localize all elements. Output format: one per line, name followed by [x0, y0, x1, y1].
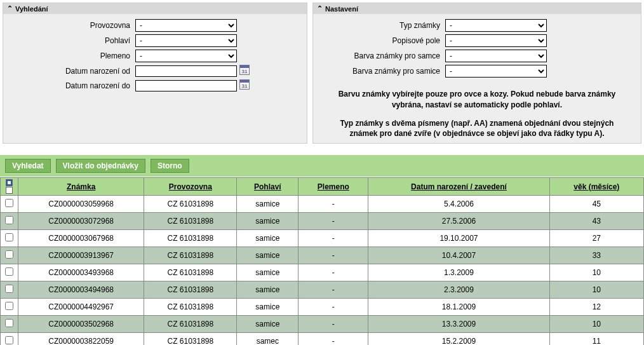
cell-provozovna: CZ 61031898 — [144, 264, 237, 281]
cell-znamka: CZ0000003913967 — [18, 247, 144, 264]
calendar-icon[interactable] — [239, 65, 250, 77]
cell-vek: 33 — [549, 247, 643, 264]
col-datum[interactable]: Datum narození / zavedení — [368, 178, 549, 196]
table-row: CZ0000003493968CZ 61031898samice-1.3.200… — [1, 264, 644, 281]
cell-vek: 27 — [549, 230, 643, 247]
cell-pohlavi: samec — [237, 333, 299, 345]
cell-znamka: CZ0000003822059 — [18, 333, 144, 345]
vlozit-button[interactable]: Vložit do objednávky — [56, 159, 145, 173]
settings-panel-header[interactable]: ⌃ Nastavení — [313, 3, 641, 14]
row-checkbox[interactable] — [5, 267, 13, 276]
barva-samice-label: Barva známky pro samice — [318, 67, 445, 76]
typ-znamky-select[interactable]: - — [445, 19, 547, 32]
cell-provozovna: CZ 61031898 — [144, 213, 237, 230]
pohlavi-label: Pohlaví — [8, 36, 135, 45]
settings-panel-title: Nastavení — [325, 5, 358, 13]
cell-vek: 12 — [549, 299, 643, 316]
search-panel-header[interactable]: ⌃ Vyhledání — [3, 3, 307, 14]
table-row: CZ0000003502968CZ 61031898samice-13.3.20… — [1, 316, 644, 333]
vyhledat-button[interactable]: Vyhledat — [5, 159, 51, 173]
col-vek[interactable]: věk (měsíce) — [549, 178, 643, 196]
table-row: CZ0000003494968CZ 61031898samice-2.3.200… — [1, 281, 644, 299]
datum-od-label: Datum narození od — [8, 67, 135, 76]
cell-znamka: CZ0000003067968 — [18, 230, 144, 247]
cell-pohlavi: samice — [237, 264, 299, 281]
cell-pohlavi: samice — [237, 230, 299, 247]
cell-datum: 1.3.2009 — [368, 264, 549, 281]
cell-vek: 11 — [549, 333, 643, 345]
settings-note-2: Typ známky s dvěma písmeny (např. AA) zn… — [313, 114, 641, 144]
cell-datum: 18.1.2009 — [368, 299, 549, 316]
search-panel: ⌃ Vyhledání Provozovna - Pohlaví - Pleme… — [3, 3, 307, 144]
collapse-icon: ⌃ — [7, 4, 13, 13]
cell-pohlavi: samice — [237, 196, 299, 213]
cell-pohlavi: samice — [237, 213, 299, 230]
results-table: Známka Provozovna Pohlaví Plemeno Datum … — [0, 177, 644, 345]
row-checkbox[interactable] — [5, 250, 13, 259]
row-checkbox[interactable] — [5, 216, 13, 224]
popisove-pole-label: Popisové pole — [318, 36, 445, 45]
datum-do-input[interactable] — [135, 80, 237, 91]
cell-provozovna: CZ 61031898 — [144, 196, 237, 213]
cell-znamka: CZ0000003502968 — [18, 316, 144, 333]
datum-do-label: Datum narození do — [8, 81, 135, 90]
barva-samice-select[interactable]: - — [445, 65, 547, 78]
typ-znamky-label: Typ známky — [318, 21, 445, 30]
cell-datum: 27.5.2006 — [368, 213, 549, 230]
row-checkbox[interactable] — [5, 336, 13, 344]
calendar-icon[interactable] — [239, 79, 250, 91]
settings-panel: ⌃ Nastavení Typ známky - Popisové pole -… — [312, 3, 641, 144]
cell-datum: 13.3.2009 — [368, 316, 549, 333]
cell-vek: 10 — [549, 281, 643, 299]
cell-datum: 5.4.2006 — [368, 196, 549, 213]
row-checkbox[interactable] — [5, 319, 13, 327]
barva-samce-select[interactable]: - — [445, 50, 547, 62]
provozovna-select[interactable]: - — [135, 19, 237, 32]
action-bar: Vyhledat Vložit do objednávky Storno — [0, 155, 644, 177]
cell-plemeno: - — [299, 316, 368, 333]
cell-plemeno: - — [299, 247, 368, 264]
cell-plemeno: - — [299, 333, 368, 345]
col-znamka[interactable]: Známka — [18, 178, 144, 196]
cell-provozovna: CZ 61031898 — [144, 247, 237, 264]
cell-pohlavi: samice — [237, 316, 299, 333]
cell-provozovna: CZ 61031898 — [144, 281, 237, 299]
cell-datum: 10.4.2007 — [368, 247, 549, 264]
cell-provozovna: CZ 61031898 — [144, 230, 237, 247]
cell-provozovna: CZ 61031898 — [144, 299, 237, 316]
row-checkbox[interactable] — [5, 233, 13, 241]
storno-button[interactable]: Storno — [151, 159, 189, 173]
cell-vek: 43 — [549, 213, 643, 230]
popisove-pole-select[interactable]: - — [445, 34, 547, 47]
cell-plemeno: - — [299, 196, 368, 213]
table-row: CZ0000003913967CZ 61031898samice-10.4.20… — [1, 247, 644, 264]
col-plemeno[interactable]: Plemeno — [299, 178, 368, 196]
plemeno-label: Plemeno — [8, 51, 135, 60]
provozovna-label: Provozovna — [8, 21, 135, 30]
cell-znamka: CZ0000003059968 — [18, 196, 144, 213]
cell-provozovna: CZ 61031898 — [144, 316, 237, 333]
cell-plemeno: - — [299, 230, 368, 247]
pohlavi-select[interactable]: - — [135, 34, 237, 47]
cell-plemeno: - — [299, 213, 368, 230]
settings-note-1: Barvu známky vybírejte pouze pro ovce a … — [313, 85, 641, 114]
row-checkbox[interactable] — [5, 199, 13, 207]
col-pohlavi[interactable]: Pohlaví — [237, 178, 299, 196]
plemeno-select[interactable]: - — [135, 50, 237, 62]
row-checkbox[interactable] — [5, 302, 13, 310]
cell-vek: 45 — [549, 196, 643, 213]
cell-datum: 2.3.2009 — [368, 281, 549, 299]
table-row: CZ0000003072968CZ 61031898samice-27.5.20… — [1, 213, 644, 230]
cell-pohlavi: samice — [237, 247, 299, 264]
cell-znamka: CZ0000003493968 — [18, 264, 144, 281]
cell-pohlavi: samice — [237, 281, 299, 299]
select-all-header[interactable] — [1, 178, 18, 196]
cell-znamka: CZ0000003072968 — [18, 213, 144, 230]
cell-plemeno: - — [299, 264, 368, 281]
col-provozovna[interactable]: Provozovna — [144, 178, 237, 196]
datum-od-input[interactable] — [135, 65, 237, 77]
cell-plemeno: - — [299, 281, 368, 299]
row-checkbox[interactable] — [5, 285, 13, 293]
cell-vek: 10 — [549, 264, 643, 281]
cell-plemeno: - — [299, 299, 368, 316]
